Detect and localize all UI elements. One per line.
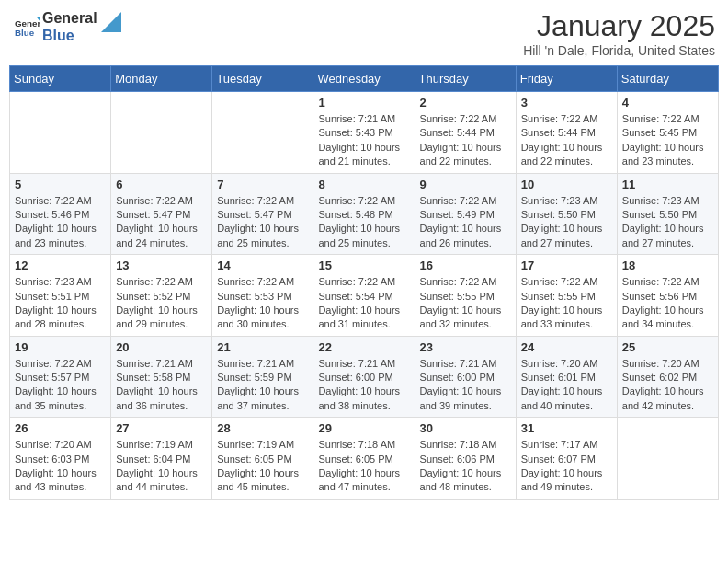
day-number: 23: [420, 340, 511, 354]
calendar-cell: 7Sunrise: 7:22 AM Sunset: 5:47 PM Daylig…: [212, 173, 313, 255]
day-info: Sunrise: 7:20 AM Sunset: 6:01 PM Dayligh…: [521, 357, 612, 414]
calendar-cell: 13Sunrise: 7:22 AM Sunset: 5:52 PM Dayli…: [111, 255, 212, 337]
calendar-cell: 22Sunrise: 7:21 AM Sunset: 6:00 PM Dayli…: [313, 336, 415, 418]
calendar-cell: [212, 92, 313, 174]
day-number: 6: [116, 178, 207, 191]
day-number: 24: [521, 340, 612, 354]
day-info: Sunrise: 7:22 AM Sunset: 5:47 PM Dayligh…: [116, 194, 207, 251]
calendar-cell: 14Sunrise: 7:22 AM Sunset: 5:53 PM Dayli…: [212, 255, 313, 337]
day-info: Sunrise: 7:18 AM Sunset: 6:06 PM Dayligh…: [420, 438, 511, 495]
calendar-cell: 18Sunrise: 7:22 AM Sunset: 5:56 PM Dayli…: [617, 255, 718, 337]
calendar-cell: 15Sunrise: 7:22 AM Sunset: 5:54 PM Dayli…: [313, 255, 415, 337]
logo: General Blue General Blue: [13, 9, 121, 44]
day-number: 4: [622, 96, 713, 109]
calendar-cell: 26Sunrise: 7:20 AM Sunset: 6:03 PM Dayli…: [10, 418, 111, 500]
calendar-header-friday: Friday: [516, 66, 617, 92]
calendar-table: SundayMondayTuesdayWednesdayThursdayFrid…: [9, 65, 719, 500]
day-number: 22: [318, 340, 409, 354]
day-info: Sunrise: 7:22 AM Sunset: 5:48 PM Dayligh…: [318, 194, 409, 251]
calendar-cell: 4Sunrise: 7:22 AM Sunset: 5:45 PM Daylig…: [617, 92, 718, 174]
day-info: Sunrise: 7:22 AM Sunset: 5:56 PM Dayligh…: [622, 275, 713, 332]
calendar-cell: 30Sunrise: 7:18 AM Sunset: 6:06 PM Dayli…: [415, 418, 516, 500]
day-number: 21: [217, 340, 308, 354]
calendar-header-tuesday: Tuesday: [212, 66, 313, 92]
day-number: 31: [521, 421, 612, 435]
day-info: Sunrise: 7:22 AM Sunset: 5:57 PM Dayligh…: [15, 357, 106, 414]
day-info: Sunrise: 7:22 AM Sunset: 5:54 PM Dayligh…: [318, 275, 409, 332]
calendar-week-4: 19Sunrise: 7:22 AM Sunset: 5:57 PM Dayli…: [10, 336, 719, 418]
day-number: 19: [15, 340, 106, 354]
calendar-cell: 1Sunrise: 7:21 AM Sunset: 5:43 PM Daylig…: [313, 92, 415, 174]
calendar-cell: [617, 418, 718, 500]
day-number: 12: [15, 259, 106, 272]
day-number: 27: [116, 421, 207, 435]
day-info: Sunrise: 7:19 AM Sunset: 6:05 PM Dayligh…: [217, 438, 308, 495]
day-number: 16: [420, 259, 511, 272]
day-info: Sunrise: 7:22 AM Sunset: 5:49 PM Dayligh…: [420, 194, 511, 251]
day-number: 13: [116, 259, 207, 272]
calendar-cell: 23Sunrise: 7:21 AM Sunset: 6:00 PM Dayli…: [415, 336, 516, 418]
day-info: Sunrise: 7:23 AM Sunset: 5:50 PM Dayligh…: [622, 194, 713, 251]
calendar-cell: 3Sunrise: 7:22 AM Sunset: 5:44 PM Daylig…: [516, 92, 617, 174]
calendar-cell: 8Sunrise: 7:22 AM Sunset: 5:48 PM Daylig…: [313, 173, 415, 255]
calendar-cell: 28Sunrise: 7:19 AM Sunset: 6:05 PM Dayli…: [212, 418, 313, 500]
day-info: Sunrise: 7:21 AM Sunset: 5:43 PM Dayligh…: [318, 112, 409, 169]
day-info: Sunrise: 7:19 AM Sunset: 6:04 PM Dayligh…: [116, 438, 207, 495]
day-number: 15: [318, 259, 409, 272]
svg-marker-3: [101, 12, 121, 32]
day-info: Sunrise: 7:22 AM Sunset: 5:52 PM Dayligh…: [116, 275, 207, 332]
day-info: Sunrise: 7:23 AM Sunset: 5:50 PM Dayligh…: [521, 194, 612, 251]
calendar-cell: 31Sunrise: 7:17 AM Sunset: 6:07 PM Dayli…: [516, 418, 617, 500]
day-info: Sunrise: 7:21 AM Sunset: 6:00 PM Dayligh…: [420, 357, 511, 414]
day-info: Sunrise: 7:22 AM Sunset: 5:44 PM Dayligh…: [521, 112, 612, 169]
day-info: Sunrise: 7:21 AM Sunset: 6:00 PM Dayligh…: [318, 357, 409, 414]
calendar-cell: 6Sunrise: 7:22 AM Sunset: 5:47 PM Daylig…: [111, 173, 212, 255]
calendar-header-monday: Monday: [111, 66, 212, 92]
calendar-cell: 16Sunrise: 7:22 AM Sunset: 5:55 PM Dayli…: [415, 255, 516, 337]
calendar-header-row: SundayMondayTuesdayWednesdayThursdayFrid…: [10, 66, 719, 92]
day-info: Sunrise: 7:22 AM Sunset: 5:55 PM Dayligh…: [521, 275, 612, 332]
calendar-cell: 10Sunrise: 7:23 AM Sunset: 5:50 PM Dayli…: [516, 173, 617, 255]
calendar-cell: 11Sunrise: 7:23 AM Sunset: 5:50 PM Dayli…: [617, 173, 718, 255]
logo-blue: Blue: [42, 27, 97, 44]
calendar-cell: 9Sunrise: 7:22 AM Sunset: 5:49 PM Daylig…: [415, 173, 516, 255]
day-info: Sunrise: 7:21 AM Sunset: 5:58 PM Dayligh…: [116, 357, 207, 414]
calendar-header-sunday: Sunday: [10, 66, 111, 92]
calendar-cell: 2Sunrise: 7:22 AM Sunset: 5:44 PM Daylig…: [415, 92, 516, 174]
day-number: 8: [318, 178, 409, 191]
day-info: Sunrise: 7:20 AM Sunset: 6:02 PM Dayligh…: [622, 357, 713, 414]
day-number: 7: [217, 178, 308, 191]
calendar-cell: 27Sunrise: 7:19 AM Sunset: 6:04 PM Dayli…: [111, 418, 212, 500]
day-info: Sunrise: 7:22 AM Sunset: 5:45 PM Dayligh…: [622, 112, 713, 169]
logo-general: General: [42, 9, 97, 27]
calendar-cell: 25Sunrise: 7:20 AM Sunset: 6:02 PM Dayli…: [617, 336, 718, 418]
title-area: January 2025 Hill 'n Dale, Florida, Unit…: [523, 9, 715, 58]
day-info: Sunrise: 7:22 AM Sunset: 5:46 PM Dayligh…: [15, 194, 106, 251]
month-title: January 2025: [523, 9, 715, 43]
calendar-cell: 12Sunrise: 7:23 AM Sunset: 5:51 PM Dayli…: [10, 255, 111, 337]
day-number: 2: [420, 96, 511, 109]
calendar-cell: 19Sunrise: 7:22 AM Sunset: 5:57 PM Dayli…: [10, 336, 111, 418]
calendar-cell: 17Sunrise: 7:22 AM Sunset: 5:55 PM Dayli…: [516, 255, 617, 337]
calendar-cell: 5Sunrise: 7:22 AM Sunset: 5:46 PM Daylig…: [10, 173, 111, 255]
calendar-cell: 29Sunrise: 7:18 AM Sunset: 6:05 PM Dayli…: [313, 418, 415, 500]
day-info: Sunrise: 7:23 AM Sunset: 5:51 PM Dayligh…: [15, 275, 106, 332]
day-number: 14: [217, 259, 308, 272]
day-info: Sunrise: 7:17 AM Sunset: 6:07 PM Dayligh…: [521, 438, 612, 495]
location-subtitle: Hill 'n Dale, Florida, United States: [523, 43, 715, 58]
day-info: Sunrise: 7:21 AM Sunset: 5:59 PM Dayligh…: [217, 357, 308, 414]
day-info: Sunrise: 7:22 AM Sunset: 5:44 PM Dayligh…: [420, 112, 511, 169]
calendar-week-2: 5Sunrise: 7:22 AM Sunset: 5:46 PM Daylig…: [10, 173, 719, 255]
day-number: 28: [217, 421, 308, 435]
calendar-cell: [10, 92, 111, 174]
day-info: Sunrise: 7:22 AM Sunset: 5:47 PM Dayligh…: [217, 194, 308, 251]
calendar-header-saturday: Saturday: [617, 66, 718, 92]
day-number: 20: [116, 340, 207, 354]
day-number: 17: [521, 259, 612, 272]
day-number: 3: [521, 96, 612, 109]
day-number: 30: [420, 421, 511, 435]
day-number: 9: [420, 178, 511, 191]
day-number: 11: [622, 178, 713, 191]
calendar-week-1: 1Sunrise: 7:21 AM Sunset: 5:43 PM Daylig…: [10, 92, 719, 174]
day-number: 5: [15, 178, 106, 191]
